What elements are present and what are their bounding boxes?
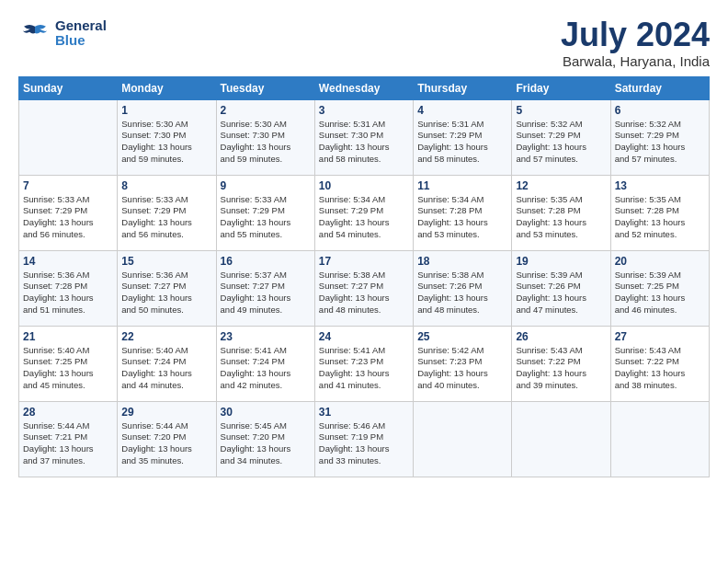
day-number: 16 <box>221 255 311 268</box>
day-number: 27 <box>615 330 705 343</box>
calendar-cell: 5Sunrise: 5:32 AM Sunset: 7:29 PM Daylig… <box>512 99 610 175</box>
calendar-cell: 30Sunrise: 5:45 AM Sunset: 7:20 PM Dayli… <box>216 401 314 477</box>
cell-info: Sunrise: 5:30 AM Sunset: 7:30 PM Dayligh… <box>221 119 311 166</box>
cell-info: Sunrise: 5:33 AM Sunset: 7:29 PM Dayligh… <box>23 194 113 241</box>
cell-info: Sunrise: 5:37 AM Sunset: 7:27 PM Dayligh… <box>221 270 311 316</box>
day-number: 4 <box>417 104 507 117</box>
day-number: 8 <box>121 179 211 192</box>
cell-info: Sunrise: 5:31 AM Sunset: 7:30 PM Dayligh… <box>319 119 409 166</box>
col-header-friday: Friday <box>512 76 610 99</box>
day-number: 26 <box>516 330 606 343</box>
calendar-cell: 6Sunrise: 5:32 AM Sunset: 7:29 PM Daylig… <box>610 99 709 175</box>
cell-info: Sunrise: 5:41 AM Sunset: 7:24 PM Dayligh… <box>221 345 311 392</box>
subtitle: Barwala, Haryana, India <box>561 53 710 69</box>
cell-info: Sunrise: 5:32 AM Sunset: 7:29 PM Dayligh… <box>516 119 606 166</box>
calendar-cell: 14Sunrise: 5:36 AM Sunset: 7:28 PM Dayli… <box>19 250 118 326</box>
calendar-cell <box>610 401 709 477</box>
cell-info: Sunrise: 5:30 AM Sunset: 7:30 PM Dayligh… <box>121 119 211 166</box>
day-number: 20 <box>615 255 705 268</box>
week-row: 14Sunrise: 5:36 AM Sunset: 7:28 PM Dayli… <box>19 250 710 326</box>
day-number: 29 <box>121 406 211 419</box>
week-row: 7Sunrise: 5:33 AM Sunset: 7:29 PM Daylig… <box>19 175 710 250</box>
day-number: 3 <box>319 104 409 117</box>
day-number: 11 <box>417 179 507 192</box>
cell-info: Sunrise: 5:35 AM Sunset: 7:28 PM Dayligh… <box>615 194 705 241</box>
day-number: 21 <box>23 330 113 343</box>
calendar-cell: 9Sunrise: 5:33 AM Sunset: 7:29 PM Daylig… <box>216 175 314 250</box>
calendar-cell: 23Sunrise: 5:41 AM Sunset: 7:24 PM Dayli… <box>216 326 314 401</box>
day-number: 15 <box>121 255 211 268</box>
day-number: 31 <box>319 406 409 419</box>
cell-info: Sunrise: 5:45 AM Sunset: 7:20 PM Dayligh… <box>221 420 311 467</box>
col-header-sunday: Sunday <box>19 76 118 99</box>
calendar-cell: 24Sunrise: 5:41 AM Sunset: 7:23 PM Dayli… <box>314 326 413 401</box>
day-number: 12 <box>516 179 606 192</box>
calendar-cell: 26Sunrise: 5:43 AM Sunset: 7:22 PM Dayli… <box>512 326 610 401</box>
day-number: 13 <box>615 179 705 192</box>
calendar-cell: 4Sunrise: 5:31 AM Sunset: 7:29 PM Daylig… <box>414 99 512 175</box>
cell-info: Sunrise: 5:40 AM Sunset: 7:25 PM Dayligh… <box>23 345 113 392</box>
calendar-cell: 16Sunrise: 5:37 AM Sunset: 7:27 PM Dayli… <box>216 250 314 326</box>
day-number: 22 <box>121 330 211 343</box>
day-number: 18 <box>417 255 507 268</box>
logo-general-text: General <box>55 18 107 34</box>
cell-info: Sunrise: 5:38 AM Sunset: 7:26 PM Dayligh… <box>417 270 507 316</box>
col-header-wednesday: Wednesday <box>314 76 413 99</box>
day-number: 23 <box>221 330 311 343</box>
day-number: 30 <box>221 406 311 419</box>
cell-info: Sunrise: 5:39 AM Sunset: 7:26 PM Dayligh… <box>516 270 606 316</box>
logo: General Blue <box>18 17 107 50</box>
cell-info: Sunrise: 5:35 AM Sunset: 7:28 PM Dayligh… <box>516 194 606 241</box>
calendar-cell: 7Sunrise: 5:33 AM Sunset: 7:29 PM Daylig… <box>19 175 118 250</box>
calendar-cell: 29Sunrise: 5:44 AM Sunset: 7:20 PM Dayli… <box>118 401 216 477</box>
day-number: 25 <box>417 330 507 343</box>
calendar-cell: 28Sunrise: 5:44 AM Sunset: 7:21 PM Dayli… <box>19 401 118 477</box>
col-header-tuesday: Tuesday <box>216 76 314 99</box>
header: General Blue July 2024 Barwala, Haryana,… <box>18 17 710 69</box>
logo-blue-text: Blue <box>55 33 107 49</box>
cell-info: Sunrise: 5:36 AM Sunset: 7:27 PM Dayligh… <box>121 270 211 316</box>
calendar-cell: 19Sunrise: 5:39 AM Sunset: 7:26 PM Dayli… <box>512 250 610 326</box>
calendar-cell: 17Sunrise: 5:38 AM Sunset: 7:27 PM Dayli… <box>314 250 413 326</box>
week-row: 1Sunrise: 5:30 AM Sunset: 7:30 PM Daylig… <box>19 99 710 175</box>
cell-info: Sunrise: 5:44 AM Sunset: 7:21 PM Dayligh… <box>23 420 113 467</box>
calendar-table: SundayMondayTuesdayWednesdayThursdayFrid… <box>18 76 710 477</box>
cell-info: Sunrise: 5:31 AM Sunset: 7:29 PM Dayligh… <box>417 119 507 166</box>
day-number: 10 <box>319 179 409 192</box>
col-header-saturday: Saturday <box>610 76 709 99</box>
title-block: July 2024 Barwala, Haryana, India <box>561 17 710 69</box>
cell-info: Sunrise: 5:34 AM Sunset: 7:28 PM Dayligh… <box>417 194 507 241</box>
calendar-cell: 25Sunrise: 5:42 AM Sunset: 7:23 PM Dayli… <box>414 326 512 401</box>
calendar-cell <box>512 401 610 477</box>
calendar-cell <box>19 99 118 175</box>
calendar-cell: 3Sunrise: 5:31 AM Sunset: 7:30 PM Daylig… <box>314 99 413 175</box>
day-number: 28 <box>23 406 113 419</box>
calendar-cell: 2Sunrise: 5:30 AM Sunset: 7:30 PM Daylig… <box>216 99 314 175</box>
main-title: July 2024 <box>561 17 710 53</box>
calendar-cell: 8Sunrise: 5:33 AM Sunset: 7:29 PM Daylig… <box>118 175 216 250</box>
calendar-cell: 18Sunrise: 5:38 AM Sunset: 7:26 PM Dayli… <box>414 250 512 326</box>
logo-bird-icon <box>18 17 51 50</box>
calendar-cell: 1Sunrise: 5:30 AM Sunset: 7:30 PM Daylig… <box>118 99 216 175</box>
day-number: 14 <box>23 255 113 268</box>
cell-info: Sunrise: 5:33 AM Sunset: 7:29 PM Dayligh… <box>221 194 311 241</box>
calendar-cell: 31Sunrise: 5:46 AM Sunset: 7:19 PM Dayli… <box>314 401 413 477</box>
calendar-cell <box>414 401 512 477</box>
day-number: 24 <box>319 330 409 343</box>
cell-info: Sunrise: 5:39 AM Sunset: 7:25 PM Dayligh… <box>615 270 705 316</box>
day-number: 7 <box>23 179 113 192</box>
day-number: 5 <box>516 104 606 117</box>
day-number: 2 <box>221 104 311 117</box>
cell-info: Sunrise: 5:34 AM Sunset: 7:29 PM Dayligh… <box>319 194 409 241</box>
cell-info: Sunrise: 5:41 AM Sunset: 7:23 PM Dayligh… <box>319 345 409 392</box>
page: General Blue July 2024 Barwala, Haryana,… <box>0 0 728 563</box>
day-number: 9 <box>221 179 311 192</box>
day-number: 19 <box>516 255 606 268</box>
header-row: SundayMondayTuesdayWednesdayThursdayFrid… <box>19 76 710 99</box>
calendar-cell: 27Sunrise: 5:43 AM Sunset: 7:22 PM Dayli… <box>610 326 709 401</box>
day-number: 17 <box>319 255 409 268</box>
calendar-cell: 21Sunrise: 5:40 AM Sunset: 7:25 PM Dayli… <box>19 326 118 401</box>
day-number: 6 <box>615 104 705 117</box>
week-row: 28Sunrise: 5:44 AM Sunset: 7:21 PM Dayli… <box>19 401 710 477</box>
week-row: 21Sunrise: 5:40 AM Sunset: 7:25 PM Dayli… <box>19 326 710 401</box>
